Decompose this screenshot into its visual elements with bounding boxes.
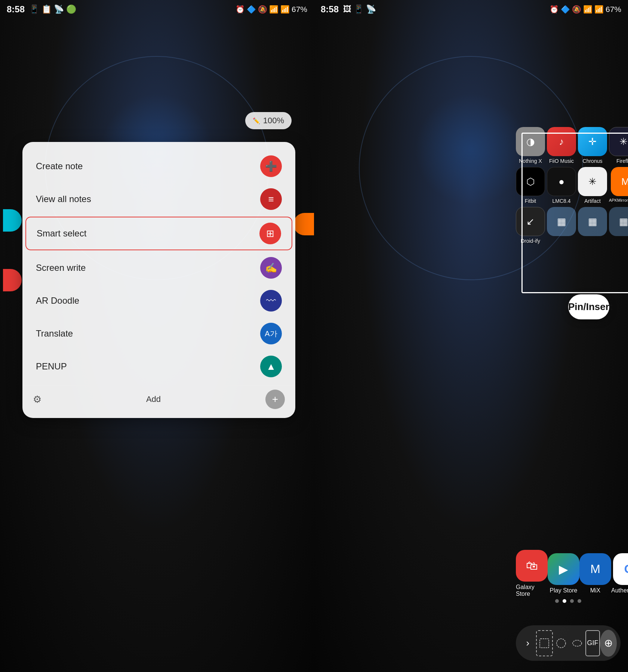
- battery-pill-value: 100%: [263, 116, 284, 126]
- app-droidify[interactable]: ↙ Droid-ify: [516, 207, 545, 244]
- droidify-label: Droid-ify: [521, 238, 540, 244]
- lmc-label: LMC8.4: [552, 198, 570, 204]
- photo-icon: 🖼: [343, 4, 351, 14]
- right-edge-icons: [293, 213, 314, 258]
- bluetooth2-icon: 🔷: [561, 5, 570, 14]
- side-icons: [3, 209, 22, 329]
- create-note-icon: ➕: [260, 155, 282, 177]
- screen-write-icon: ✍: [260, 257, 282, 279]
- app-firefly[interactable]: ✳ Firefly: [609, 127, 628, 164]
- bluetooth-icon: 🔷: [247, 5, 256, 14]
- droidify-icon: ↙: [516, 207, 545, 236]
- time-left: 8:58: [7, 4, 25, 15]
- status-icons-right: 🖼 📱 📡: [343, 4, 376, 14]
- battery-pill: ✏️ 100%: [245, 112, 292, 129]
- view-notes-icon: ≡: [260, 188, 282, 210]
- app-artifact[interactable]: ✳ Artifact: [578, 167, 607, 204]
- fiio-label: FiiO Music: [549, 158, 574, 164]
- nothing-x-label: Nothing X: [519, 158, 542, 164]
- battery-right: 67%: [606, 5, 621, 14]
- spen-item-smart-select[interactable]: Smart select ⊞: [25, 217, 292, 250]
- spen-item-screen-write[interactable]: Screen write ✍: [25, 252, 292, 284]
- apps-area: ◑ Nothing X ♪ FiiO Music ✛ Chronus ✳ Fir…: [516, 127, 624, 608]
- clipboard-icon: 📋: [41, 4, 52, 14]
- penup-label: PENUP: [36, 361, 67, 372]
- mute-icon: 🔕: [258, 5, 267, 14]
- status-bar-left: 8:58 📱 📋 📡 🟢 ⏰ 🔷 🔕 📶 📶 67%: [0, 0, 314, 19]
- fitbit-icon: ⬡: [516, 167, 545, 196]
- status-bar-right: 8:58 🖼 📱 📡 ⏰ 🔷 🔕 📶 📶 67%: [314, 0, 628, 19]
- folder-badge-icon: ▦ 6: [609, 207, 628, 236]
- pencil-icon: ✏️: [253, 117, 260, 124]
- app-fiio[interactable]: ♪ FiiO Music: [547, 127, 576, 164]
- app-fitbit[interactable]: ⬡ Fitbit: [516, 167, 545, 204]
- alarm-icon: ⏰: [236, 5, 245, 14]
- mute2-icon: 🔕: [572, 5, 581, 14]
- artifact-label: Artifact: [584, 198, 601, 204]
- sim2-icon: 📱: [354, 4, 364, 14]
- spen-item-create-note[interactable]: Create note ➕: [25, 150, 292, 182]
- screen-write-label: Screen write: [36, 263, 86, 273]
- apkmirror-label: APKMirror Installer...: [609, 198, 628, 202]
- left-phone-panel: 8:58 📱 📋 📡 🟢 ⏰ 🔷 🔕 📶 📶 67% ✏️ 100%: [0, 0, 314, 672]
- side-icon-teal: [3, 209, 22, 232]
- create-note-label: Create note: [36, 161, 83, 171]
- status-right-right: ⏰ 🔷 🔕 📶 📶 67%: [550, 5, 621, 14]
- spen-footer: ⚙ Add +: [22, 385, 295, 411]
- pin-insert-button[interactable]: Pin/Insert: [568, 294, 609, 319]
- chronus-icon: ✛: [578, 127, 607, 156]
- spen-item-ar-doodle[interactable]: AR Doodle 〰: [25, 285, 292, 317]
- app-row-2: ⬡ Fitbit ● LMC8.4 ✳ Artifact M APKMirror…: [516, 167, 624, 204]
- fitbit-label: Fitbit: [525, 198, 536, 204]
- view-notes-label: View all notes: [36, 194, 91, 204]
- firefly-label: Firefly: [616, 158, 628, 164]
- spen-item-view-notes[interactable]: View all notes ≡: [25, 183, 292, 215]
- wall-glow-right: [415, 93, 527, 205]
- folder-2-icon: ▦: [578, 207, 607, 236]
- fiio-icon: ♪: [547, 127, 576, 156]
- ar-doodle-label: AR Doodle: [36, 295, 79, 306]
- chronus-label: Chronus: [583, 158, 603, 164]
- googleaccount-icon: 🟢: [66, 4, 76, 14]
- settings-icon[interactable]: ⚙: [33, 394, 41, 405]
- apkmirror-icon: M: [611, 167, 628, 196]
- add-label: Add: [146, 394, 161, 404]
- status-icons-left: 📱 📋 📡 🟢: [29, 4, 76, 14]
- nothing-x-icon: ◑: [516, 127, 545, 156]
- orange-edge-icon: [293, 213, 314, 235]
- app-folder-badge[interactable]: ▦ 6: [609, 207, 628, 244]
- lmc-icon: ●: [547, 167, 576, 196]
- translate-icon: A가: [260, 323, 282, 344]
- sim-icon: 📱: [29, 4, 39, 14]
- status-right-left: ⏰ 🔷 🔕 📶 📶 67%: [236, 5, 307, 14]
- battery-left: 67%: [292, 5, 307, 14]
- spen-item-penup[interactable]: PENUP ▲: [25, 350, 292, 383]
- app-lmc[interactable]: ● LMC8.4: [547, 167, 576, 204]
- alarm2-icon: ⏰: [550, 5, 559, 14]
- cast2-icon: 📡: [366, 4, 376, 14]
- app-nothing-x[interactable]: ◑ Nothing X: [516, 127, 545, 164]
- app-chronus[interactable]: ✛ Chronus: [578, 127, 607, 164]
- app-row-1: ◑ Nothing X ♪ FiiO Music ✛ Chronus ✳ Fir…: [516, 127, 624, 164]
- firefly-icon: ✳: [609, 127, 628, 156]
- spen-item-translate[interactable]: Translate A가: [25, 318, 292, 350]
- artifact-icon: ✳: [578, 167, 607, 196]
- wifi2-icon: 📶: [583, 5, 592, 14]
- app-folder-2[interactable]: ▦: [578, 207, 607, 244]
- wifi-icon: 📶: [269, 5, 278, 14]
- add-button[interactable]: +: [265, 390, 285, 409]
- app-folder-1[interactable]: ▦: [547, 207, 576, 244]
- cast-icon: 📡: [54, 4, 64, 14]
- smart-select-icon: ⊞: [259, 223, 281, 244]
- signal-icon: 📶: [280, 5, 290, 14]
- spen-menu-card: Create note ➕ View all notes ≡ Smart sel…: [22, 142, 295, 418]
- ar-doodle-icon: 〰: [260, 290, 282, 312]
- right-phone-panel: 8:58 🖼 📱 📡 ⏰ 🔷 🔕 📶 📶 67% ◑ Nothing X ♪: [314, 0, 628, 672]
- app-row-3: ↙ Droid-ify ▦ ▦ ▦ 6: [516, 207, 624, 244]
- translate-label: Translate: [36, 328, 73, 339]
- penup-icon: ▲: [260, 356, 282, 377]
- time-right: 8:58: [321, 4, 339, 15]
- signal2-icon: 📶: [594, 5, 604, 14]
- smart-select-label: Smart select: [37, 228, 86, 239]
- app-apkmirror[interactable]: M APKMirror Installer...: [609, 167, 628, 204]
